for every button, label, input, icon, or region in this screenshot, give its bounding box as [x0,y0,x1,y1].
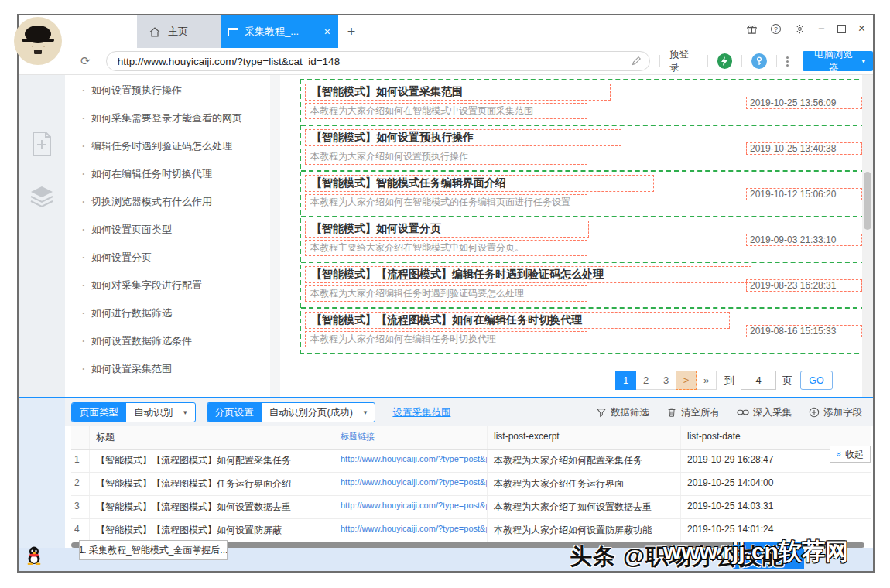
maximize-button[interactable] [837,25,846,33]
sidebar-item[interactable]: 如何设置页面类型 [82,220,256,239]
plus-circle-icon [809,407,820,418]
content-scrollbar[interactable] [862,75,873,400]
chevron-down-icon: ▾ [862,57,866,65]
tab-home-label: 主页 [168,25,188,39]
table-body: 1 【智能模式】【流程图模式】如何配置采集任务 http://www.houyi… [71,450,871,542]
sidebar-item[interactable]: 如何设置预执行操作 [82,81,256,100]
article-row[interactable]: 【智能模式】如何设置分页 2019-09-03 21:33:10 本教程主要给大… [301,217,865,263]
page-3-button[interactable]: 3 [656,371,676,390]
sidebar-item[interactable]: 如何设置采集范围 [82,360,256,378]
pre-login-button[interactable]: 预登录 [669,48,698,74]
task-tab[interactable]: 1. 采集教程_智能模式_全面掌握后... [79,540,228,560]
article-title[interactable]: 【智能模式】智能模式任务编辑界面介绍 [305,175,654,192]
url-input[interactable] [118,56,631,67]
table-row[interactable]: 3 【智能模式】【流程图模式】如何设置数据去重 http://www.houyi… [71,496,871,519]
avatar[interactable] [14,17,62,65]
sidebar-item[interactable]: 切换浏览器模式有什么作用 [82,193,256,211]
speed-mode-icon[interactable] [717,53,733,69]
refresh-icon[interactable]: ⟳ [80,54,96,68]
edit-pencil-icon[interactable] [631,56,642,67]
settings-gear-icon[interactable] [794,23,806,35]
cell-link[interactable]: http://www.houyicaiji.com/?type=post&pid… [334,496,488,518]
article-row[interactable]: 【智能模式】如何设置采集范围 2019-10-25 13:56:09 本教程为大… [301,80,865,126]
layers-icon[interactable] [29,185,55,208]
paging-setting-select[interactable]: 自动识别分页(成功) ▾ [262,403,375,422]
table-row[interactable]: 2 【智能模式】【流程图模式】任务运行界面介绍 http://www.houyi… [71,473,871,496]
article-date[interactable]: 2019-10-25 13:56:09 [746,97,862,109]
article-title[interactable]: 【智能模式】【流程图模式】编辑任务时遇到验证码怎么处理 [305,266,751,283]
browser-mode-button[interactable]: 电脑浏览器 ▾ [803,51,873,71]
article-excerpt[interactable]: 本教程为大家介绍如何在编辑任务时切换代理 [305,331,587,347]
filter-funnel-icon [596,407,607,418]
article-excerpt[interactable]: 本教程为大家介绍如何在智能模式的任务编辑页面进行任务设置 [305,194,587,210]
minimize-button[interactable]: − [818,25,825,32]
article-row[interactable]: 【智能模式】【流程图模式】编辑任务时遇到验证码怎么处理 2019-08-23 1… [301,263,865,309]
deep-collect-button[interactable]: 深入采集 [737,406,792,419]
article-date[interactable]: 2019-08-16 15:15:33 [746,325,862,337]
more-menu-icon[interactable] [786,56,789,67]
article-title[interactable]: 【智能模式】如何设置采集范围 [305,84,611,101]
cell-title: 【智能模式】【流程图模式】任务运行界面介绍 [90,473,334,495]
article-date[interactable]: 2019-08-23 16:28:31 [746,279,862,292]
new-task-icon[interactable] [30,131,53,157]
article-title[interactable]: 【智能模式】【流程图模式】如何在编辑任务时切换代理 [305,312,730,329]
article-excerpt[interactable]: 本教程为大家介绍编辑任务时遇到验证码要怎么处理 [305,285,587,302]
scrollbar-thumb[interactable] [864,172,871,230]
sidebar-item[interactable]: 如何设置分页 [82,248,256,267]
cell-link[interactable]: http://www.houyicaiji.com/?type=post&pid… [334,450,488,472]
tutorial-list: 如何设置预执行操作 如何采集需要登录才能查看的网页 编辑任务时遇到验证码怎么处理… [65,75,270,378]
qq-penguin-icon[interactable] [26,546,42,565]
article-row[interactable]: 【智能模式】【流程图模式】如何在编辑任务时切换代理 2019-08-16 15:… [301,309,865,353]
sidebar-item[interactable]: 如何进行数据筛选 [82,304,256,323]
next-page-button[interactable]: > [676,371,697,390]
col-link[interactable]: 标题链接 [334,426,488,449]
cell-link[interactable]: http://www.houyicaiji.com/?type=post&pid… [334,519,488,542]
cell-date: 2019-10-25 14:04:00 [681,473,871,495]
article-date[interactable]: 2019-10-12 15:06:20 [746,188,862,200]
collapse-panel-button[interactable]: » 收起 [830,446,871,463]
article-title[interactable]: 【智能模式】如何设置预执行操作 [305,129,621,146]
page-number-input[interactable] [741,371,776,390]
article-title[interactable]: 【智能模式】如何设置分页 [305,220,589,238]
new-tab-button[interactable]: + [338,15,365,48]
tab-active[interactable]: 采集教程_... × [221,15,338,48]
article-excerpt[interactable]: 本教程为大家介绍如何在智能模式中设置页面采集范围 [305,103,587,119]
go-button[interactable]: GO [800,371,833,390]
sidebar-item[interactable]: 如何在编辑任务时切换代理 [82,165,256,183]
gift-icon[interactable] [746,23,758,35]
page-1-button[interactable]: 1 [615,371,636,390]
article-date[interactable]: 2019-10-25 13:40:38 [746,142,862,155]
selected-list-region: 【智能模式】如何设置采集范围 2019-10-25 13:56:09 本教程为大… [300,79,867,354]
cell-link[interactable]: http://www.houyicaiji.com/?type=post&pid… [334,473,488,495]
close-button[interactable]: × [858,22,865,36]
page-type-select[interactable]: 自动识别 ▾ [126,403,195,422]
page-2-button[interactable]: 2 [635,371,656,390]
col-excerpt[interactable]: list-post-excerpt [488,426,681,449]
data-filter-button[interactable]: 数据筛选 [596,406,649,419]
page-icon [228,28,238,36]
sidebar-scrollbar[interactable] [270,75,280,400]
chevron-down-icon: ▾ [364,409,368,416]
article-excerpt[interactable]: 本教程主要给大家介绍在智能模式中如何设置分页。 [305,240,587,256]
tab-home[interactable]: 主页 [137,15,221,48]
article-row[interactable]: 【智能模式】如何设置预执行操作 2019-10-25 13:40:38 本教程为… [301,126,865,172]
sidebar-item[interactable]: 如何对采集字段进行配置 [82,276,256,295]
article-excerpt[interactable]: 本教程为大家介绍如何设置预执行操作 [305,149,587,165]
sidebar-item[interactable]: 如何采集需要登录才能查看的网页 [82,109,256,128]
clear-all-button[interactable]: 清空所有 [666,406,720,419]
article-date[interactable]: 2019-09-03 21:33:10 [746,234,862,246]
set-range-link[interactable]: 设置采集范围 [392,406,450,419]
add-field-button[interactable]: 添加字段 [809,406,862,419]
tab-close-icon[interactable]: × [324,26,330,38]
help-icon[interactable]: ? [770,23,782,35]
article-row[interactable]: 【智能模式】智能模式任务编辑界面介绍 2019-10-12 15:06:20 本… [301,172,865,217]
last-page-button[interactable]: » [696,371,717,390]
page-type-control[interactable]: 页面类型 自动识别 ▾ [71,402,196,422]
paging-setting-control[interactable]: 分页设置 自动识别分页(成功) ▾ [207,402,376,422]
login-key-icon[interactable] [751,53,767,69]
sidebar-item[interactable]: 编辑任务时遇到验证码怎么处理 [82,137,256,156]
col-title[interactable]: 标题 [90,426,334,449]
table-row[interactable]: 1 【智能模式】【流程图模式】如何配置采集任务 http://www.houyi… [71,450,871,473]
cell-title: 【智能模式】【流程图模式】如何配置采集任务 [90,450,334,472]
sidebar-item[interactable]: 如何设置数据筛选条件 [82,332,256,350]
